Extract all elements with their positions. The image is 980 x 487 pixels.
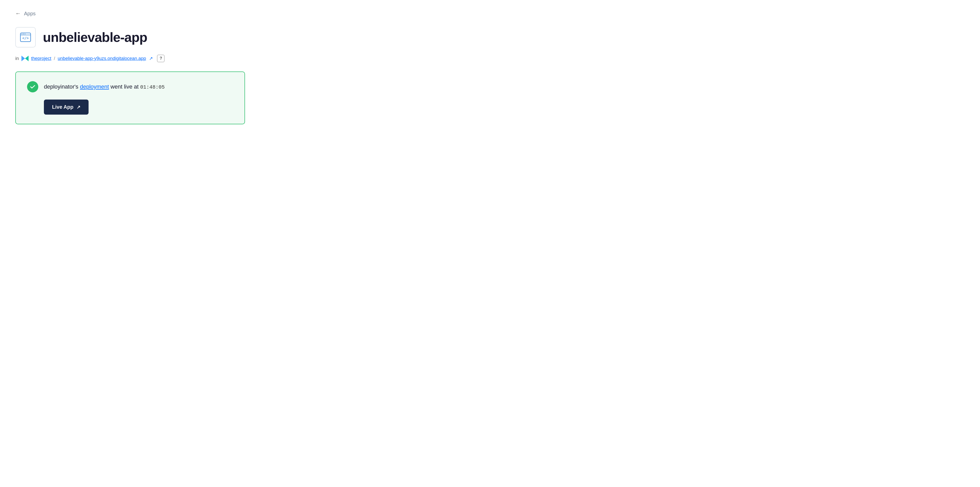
back-navigation[interactable]: ← Apps	[15, 10, 965, 17]
deployment-link[interactable]: deployment	[80, 83, 109, 90]
app-header: </> unbelievable-app	[15, 27, 965, 48]
status-middle: went live at	[110, 83, 138, 90]
live-app-label: Live App	[52, 104, 73, 110]
app-icon-box: </>	[15, 27, 36, 48]
svg-text:</>: </>	[22, 36, 29, 40]
apps-breadcrumb: Apps	[24, 11, 36, 17]
app-url-link[interactable]: unbelievable-app-y9uzs.ondigitalocean.ap…	[58, 56, 146, 61]
live-app-button[interactable]: Live App ↗	[44, 100, 89, 115]
success-icon-circle	[27, 81, 38, 92]
svg-point-2	[22, 34, 22, 35]
deployment-timestamp: 01:48:05	[140, 84, 165, 90]
in-label: in	[15, 56, 19, 61]
app-title: unbelievable-app	[43, 30, 147, 45]
status-message: deployinator's deployment went live at 0…	[44, 83, 165, 90]
status-prefix: deployinator's	[44, 83, 78, 90]
status-row: deployinator's deployment went live at 0…	[27, 81, 233, 92]
live-app-arrow-icon: ↗	[76, 104, 80, 110]
project-link[interactable]: theproject	[31, 56, 51, 61]
app-subtitle-row: in theproject / unbelievable-app-y9uzs.o…	[15, 55, 965, 62]
path-separator: /	[54, 56, 55, 61]
svg-point-4	[25, 34, 25, 35]
external-link-icon[interactable]: ↗	[149, 56, 153, 61]
svg-marker-8	[25, 56, 29, 61]
status-card: deployinator's deployment went live at 0…	[15, 72, 245, 124]
digitalocean-project-logo	[21, 56, 29, 61]
back-arrow-icon: ←	[15, 10, 21, 17]
code-window-icon: </>	[20, 32, 31, 43]
help-button[interactable]: ?	[157, 55, 165, 62]
help-label: ?	[159, 56, 162, 61]
svg-marker-7	[21, 56, 25, 61]
checkmark-icon	[30, 84, 36, 90]
svg-point-3	[23, 34, 24, 35]
